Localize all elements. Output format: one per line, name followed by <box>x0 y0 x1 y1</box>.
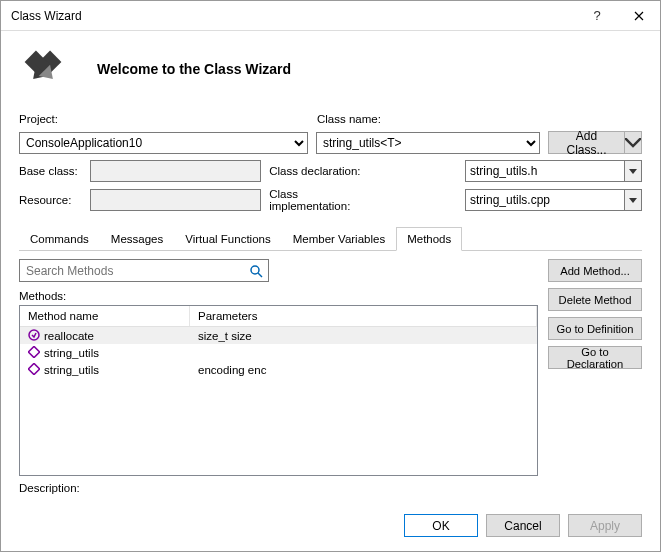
class-declaration-label: Class declaration: <box>269 165 375 177</box>
titlebar: Class Wizard ? <box>1 1 660 31</box>
close-button[interactable] <box>618 1 660 31</box>
list-item[interactable]: string_utils <box>20 344 537 361</box>
dialog-footer: OK Cancel Apply <box>1 502 660 551</box>
description-label: Description: <box>19 482 538 494</box>
class-name-label: Class name: <box>317 113 423 125</box>
class-name-dropdown[interactable]: string_utils<T> <box>316 132 540 154</box>
class-declaration-field[interactable] <box>465 160 624 182</box>
svg-rect-10 <box>28 363 39 374</box>
project-dropdown[interactable]: ConsoleApplication10 <box>19 132 308 154</box>
cancel-button[interactable]: Cancel <box>486 514 560 537</box>
apply-button[interactable]: Apply <box>568 514 642 537</box>
methods-section-label: Methods: <box>19 290 538 302</box>
add-class-split-button[interactable] <box>624 131 642 154</box>
svg-rect-9 <box>28 346 39 357</box>
class-wizard-dialog: Class Wizard ? Welcome to the Class Wiza… <box>0 0 661 552</box>
svg-marker-4 <box>629 169 637 174</box>
delete-method-button[interactable]: Delete Method <box>548 288 642 311</box>
class-implementation-label: Class implementation: <box>269 188 375 212</box>
help-button[interactable]: ? <box>576 1 618 31</box>
triangle-down-icon <box>629 169 637 174</box>
class-implementation-field[interactable] <box>465 189 624 211</box>
method-icon <box>28 346 40 360</box>
add-method-button[interactable]: Add Method... <box>548 259 642 282</box>
go-to-definition-button[interactable]: Go to Definition <box>548 317 642 340</box>
tab-commands[interactable]: Commands <box>19 227 100 251</box>
svg-point-8 <box>29 330 39 340</box>
class-implementation-dropdown[interactable] <box>624 189 642 211</box>
welcome-heading: Welcome to the Class Wizard <box>97 61 291 77</box>
method-params: size_t size <box>198 330 252 342</box>
method-icon <box>28 329 40 343</box>
tab-messages[interactable]: Messages <box>100 227 174 251</box>
method-name: string_utils <box>44 364 99 376</box>
close-icon <box>634 11 644 21</box>
tab-strip: Commands Messages Virtual Functions Memb… <box>19 226 642 251</box>
list-header: Method name Parameters <box>20 306 537 327</box>
class-declaration-dropdown[interactable] <box>624 160 642 182</box>
resource-field[interactable] <box>90 189 261 211</box>
search-icon <box>249 264 263 278</box>
wizard-logo-icon <box>19 45 67 93</box>
list-item[interactable]: reallocatesize_t size <box>20 327 537 344</box>
base-class-field[interactable] <box>90 160 261 182</box>
tab-methods[interactable]: Methods <box>396 227 462 251</box>
svg-marker-5 <box>629 198 637 203</box>
search-icon-button[interactable] <box>244 260 268 281</box>
chevron-down-icon <box>625 138 641 148</box>
resource-label: Resource: <box>19 194 84 206</box>
methods-listview[interactable]: Method name Parameters reallocatesize_t … <box>19 305 538 476</box>
tab-virtual-functions[interactable]: Virtual Functions <box>174 227 281 251</box>
window-title: Class Wizard <box>11 9 576 23</box>
add-class-button[interactable]: Add Class... <box>548 131 624 154</box>
svg-line-7 <box>258 273 262 277</box>
content-area: Project: Class name: ConsoleApplication1… <box>1 113 660 502</box>
tab-content-methods: Methods: Method name Parameters realloca… <box>19 251 642 502</box>
svg-point-6 <box>251 266 259 274</box>
base-class-label: Base class: <box>19 165 84 177</box>
ok-button[interactable]: OK <box>404 514 478 537</box>
project-label: Project: <box>19 113 84 125</box>
search-methods-input[interactable] <box>20 260 244 281</box>
header: Welcome to the Class Wizard <box>1 31 660 113</box>
column-parameters[interactable]: Parameters <box>190 306 537 326</box>
tab-member-variables[interactable]: Member Variables <box>282 227 396 251</box>
method-name: string_utils <box>44 347 99 359</box>
list-item[interactable]: string_utilsencoding enc <box>20 361 537 378</box>
go-to-declaration-button[interactable]: Go to Declaration <box>548 346 642 369</box>
method-params: encoding enc <box>198 364 266 376</box>
method-name: reallocate <box>44 330 94 342</box>
method-icon <box>28 363 40 377</box>
column-method-name[interactable]: Method name <box>20 306 190 326</box>
search-methods-box <box>19 259 269 282</box>
triangle-down-icon <box>629 198 637 203</box>
